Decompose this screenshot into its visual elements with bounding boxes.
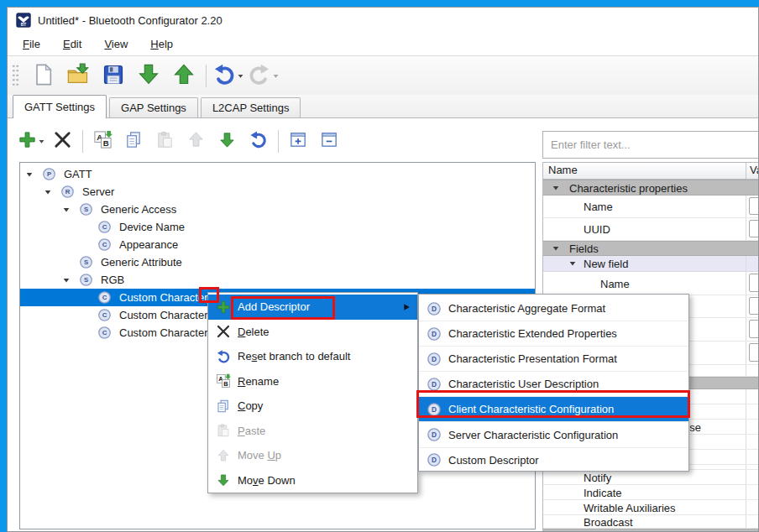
tree-item-label: Appearance [119, 236, 178, 253]
move-down-button[interactable] [214, 128, 240, 154]
tree-item-server[interactable]: RServer [20, 183, 535, 201]
menu-item-server-characteristic-configuration[interactable]: DServer Characteristic Configuration [419, 422, 688, 447]
descriptor-icon: D [426, 452, 442, 467]
svg-text:D: D [432, 456, 437, 464]
dropdown-caret-icon[interactable] [237, 72, 244, 80]
menu-item-move-up: Move Up [208, 443, 417, 468]
svg-text:D: D [432, 305, 437, 313]
menu-view[interactable]: View [96, 34, 136, 54]
tab-l2cap-settings[interactable]: L2CAP Settings [201, 97, 301, 117]
grid-column-headers[interactable]: NameValue [543, 163, 759, 180]
move-up-button[interactable] [183, 128, 209, 154]
add-item-button[interactable] [18, 128, 44, 154]
submenu-arrow-icon [402, 302, 411, 311]
tree-item-rgb[interactable]: SRGB [20, 271, 535, 289]
green-arrow-down-button[interactable] [133, 60, 164, 91]
grid-row-label: Indicate [584, 486, 622, 498]
tree-item-appearance[interactable]: CAppearance [20, 236, 535, 253]
grid-row-uuid[interactable]: UUID [543, 218, 759, 241]
menu-item-rename[interactable]: ABRename [208, 369, 417, 394]
redo-button[interactable] [249, 60, 279, 91]
value-input[interactable] [749, 274, 759, 292]
menu-help[interactable]: Help [142, 34, 181, 54]
svg-text:C: C [102, 223, 107, 231]
grid-row-label: Fields [569, 243, 599, 255]
grid-row-name[interactable]: Name [543, 272, 759, 295]
title-bar[interactable]: BT Untitled* - Bluetooth Configurator 2.… [8, 8, 758, 33]
expander-icon[interactable] [25, 170, 34, 179]
menu-item-label: Move Down [238, 474, 296, 487]
tab-gap-settings[interactable]: GAP Settings [109, 97, 198, 117]
green-arrow-up-button[interactable] [169, 60, 199, 91]
menu-file[interactable]: File [14, 34, 49, 54]
expand-all-button[interactable] [285, 128, 311, 154]
grid-row-indicate[interactable]: Indicate [543, 485, 759, 500]
column-header-name[interactable]: Name [548, 164, 578, 176]
expander-icon[interactable] [62, 276, 71, 284]
grid-row-permissions[interactable]: Permissions [543, 529, 759, 532]
value-input[interactable] [749, 320, 759, 338]
context-menu: Add DescriptorDeleteReset branch to defa… [207, 292, 418, 493]
value-input[interactable] [749, 220, 759, 237]
grid-row-new-field[interactable]: New field [543, 256, 759, 272]
dropdown-caret-icon[interactable] [272, 72, 280, 80]
svg-text:BT: BT [21, 23, 27, 27]
redo-icon [248, 63, 271, 89]
undo-button[interactable] [213, 60, 243, 91]
expander-icon[interactable] [552, 244, 560, 253]
menu-item-characteristic-extended-properties[interactable]: DCharacteristic Extended Properties [419, 321, 688, 347]
rename-button[interactable]: AB [90, 128, 116, 154]
menu-item-custom-descriptor[interactable]: DCustom Descriptor [419, 448, 688, 472]
menu-edit[interactable]: Edit [55, 34, 90, 54]
arrow-down-icon [217, 130, 237, 152]
grid-row-writable-auxiliaries[interactable]: Writable Auxiliaries [543, 500, 759, 515]
app-icon: BT [16, 13, 31, 28]
expander-icon[interactable] [44, 188, 52, 196]
menu-item-copy[interactable]: Copy [208, 394, 417, 419]
copy-icon [215, 399, 232, 414]
grid-row-broadcast[interactable]: Broadcast [543, 515, 759, 529]
menu-item-paste: Paste [208, 419, 417, 444]
value-input[interactable] [749, 297, 759, 315]
collapse-all-button[interactable] [317, 128, 343, 154]
expander-icon[interactable] [568, 259, 577, 268]
column-header-value[interactable]: Value [750, 164, 759, 176]
dropdown-caret-icon[interactable] [38, 138, 45, 145]
value-input[interactable] [749, 197, 759, 215]
reset-button[interactable] [245, 128, 271, 154]
new-button[interactable] [28, 60, 58, 91]
menu-item-label: Characteristic Extended Properties [448, 327, 617, 340]
tree-item-gatt[interactable]: PGATT [20, 165, 535, 183]
delete-item-button[interactable] [50, 128, 76, 154]
desktop-background: BT Untitled* - Bluetooth Configurator 2.… [0, 0, 759, 532]
open-button[interactable] [63, 60, 93, 91]
undo-icon [249, 130, 268, 152]
value-input[interactable] [749, 343, 759, 362]
filter-input[interactable] [542, 131, 759, 159]
tab-gatt-settings[interactable]: GATT Settings [13, 95, 107, 118]
tree-item-device-name[interactable]: CDevice Name [20, 218, 535, 236]
menu-item-label: Paste [238, 425, 265, 437]
save-button[interactable] [98, 60, 128, 91]
menu-item-reset-branch-to-default[interactable]: Reset branch to default [208, 344, 417, 369]
menu-item-characteristic-presentation-format[interactable]: DCharacteristic Presentation Format [419, 347, 688, 372]
menu-item-move-down[interactable]: Move Down [208, 468, 417, 493]
grid-row-characteristic-properties[interactable]: Characteristic properties [543, 180, 759, 196]
svg-text:C: C [102, 311, 107, 319]
toolbar-grip[interactable] [12, 64, 19, 87]
expander-icon[interactable] [62, 206, 71, 214]
grid-row-fields[interactable]: Fields [543, 241, 759, 256]
menu-item-characteristic-aggregate-format[interactable]: DCharacteristic Aggregate Format [419, 296, 688, 321]
delete-x-icon [215, 324, 232, 339]
paste-button[interactable] [152, 128, 178, 154]
tree-item-generic-attribute[interactable]: SGeneric Attribute [20, 253, 535, 271]
grid-row-label: Broadcast [584, 515, 633, 528]
grid-row-name[interactable]: Name [543, 196, 759, 218]
expander-icon[interactable] [552, 184, 560, 192]
copy-button[interactable] [121, 128, 147, 154]
svg-text:S: S [84, 258, 88, 266]
tree-item-generic-access[interactable]: SGeneric Access [20, 201, 535, 218]
grid-row-notify[interactable]: Notify [543, 470, 759, 485]
menu-item-delete[interactable]: Delete [208, 320, 417, 345]
descriptor-icon: D [426, 301, 442, 316]
